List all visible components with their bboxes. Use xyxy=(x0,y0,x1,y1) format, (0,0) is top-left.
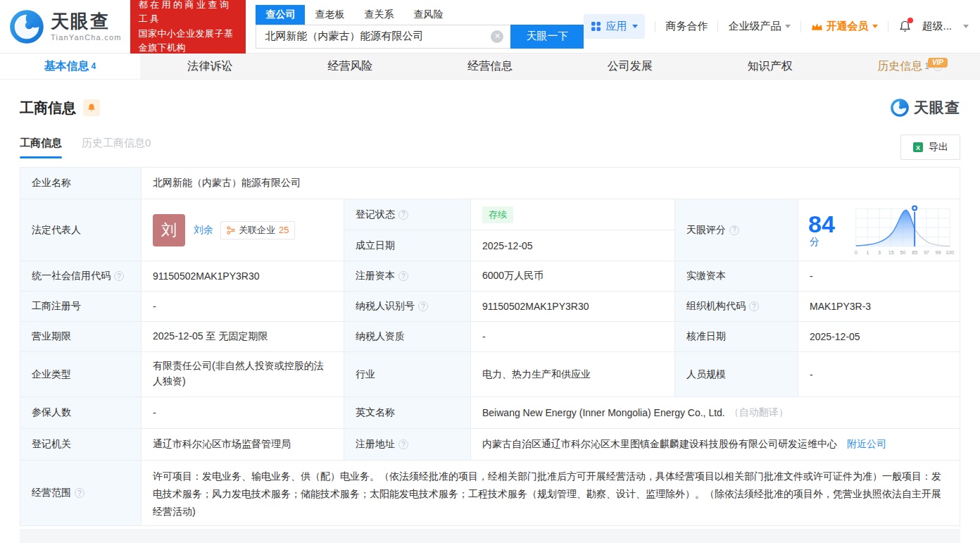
svg-text:50: 50 xyxy=(900,250,906,256)
help-icon[interactable]: ? xyxy=(398,271,408,281)
menu-vip-label: 开通会员 xyxy=(826,20,868,33)
company-nav-tabs: 基本信息 4 法律诉讼 经营风险 经营信息 公司发展 知识产权 VIP 历史信息… xyxy=(0,54,980,80)
excel-icon: X xyxy=(912,142,924,153)
svg-text:15: 15 xyxy=(888,250,894,256)
tab-operation-info-label: 经营信息 xyxy=(467,59,513,74)
reg-status-label-text: 登记状态 xyxy=(356,208,395,221)
notification-dot xyxy=(907,18,913,23)
taxpayer-qual-value: - xyxy=(471,322,675,352)
score-distribution-chart: 0 1 3 15 50 85 97 99 100 xyxy=(852,201,954,259)
brand-name: 天眼查 xyxy=(51,11,122,32)
reg-capital-label-text: 注册资本 xyxy=(356,270,395,282)
svg-text:1: 1 xyxy=(866,250,869,256)
legal-rep-label: 法定代表人 xyxy=(20,199,142,261)
vip-badge: VIP xyxy=(928,58,948,68)
bell-icon xyxy=(87,103,96,113)
industry-value: 电力、热力生产和供应业 xyxy=(471,352,675,397)
tab-basic-info-count: 4 xyxy=(92,61,96,71)
tab-company-development[interactable]: 公司发展 xyxy=(560,54,700,79)
related-companies-label: 关联企业 xyxy=(239,224,275,237)
notification-bell-icon[interactable] xyxy=(898,20,912,33)
apps-menu-button[interactable]: 应用 xyxy=(584,14,645,39)
address-label: 注册地址 ? xyxy=(344,429,471,461)
legal-rep-avatar[interactable]: 刘 xyxy=(153,214,185,246)
en-name-value: Beiwang New Energy (Inner Mongolia) Ener… xyxy=(482,407,725,418)
tab-basic-info[interactable]: 基本信息 4 xyxy=(0,54,140,79)
authority-value: 通辽市科尔沁区市场监督管理局 xyxy=(142,429,344,461)
search-tab-boss[interactable]: 查老板 xyxy=(305,5,354,25)
taxpayer-qual-label: 纳税人资质 xyxy=(344,322,471,352)
credit-code-value: 91150502MAK1PY3R30 xyxy=(142,261,344,292)
subtab-business-info[interactable]: 工商信息 xyxy=(20,137,62,158)
legal-rep-cell: 刘 刘余 关联企业 25 xyxy=(142,199,344,261)
score-cell[interactable]: 84分 xyxy=(798,199,960,261)
score-value: 84 xyxy=(808,211,835,237)
tab-company-development-label: 公司发展 xyxy=(608,59,653,74)
help-icon[interactable]: ? xyxy=(75,488,84,498)
search-tab-risk[interactable]: 查风险 xyxy=(403,5,453,25)
menu-business-cooperation[interactable]: 商务合作 xyxy=(665,20,708,33)
promo-banner-line2: 国家中小企业发展子基金旗下机构 xyxy=(139,27,238,55)
tab-operation-risk-label: 经营风险 xyxy=(327,59,372,74)
tab-legal-litigation-label: 法律诉讼 xyxy=(187,59,232,74)
search-input[interactable] xyxy=(256,25,510,49)
help-icon[interactable]: ? xyxy=(398,210,408,220)
apps-grid-icon xyxy=(591,21,601,32)
org-code-value: MAK1PY3R-3 xyxy=(798,292,960,322)
help-icon[interactable]: ? xyxy=(114,271,124,281)
tab-basic-info-label: 基本信息 xyxy=(44,59,89,74)
search-button[interactable]: 天眼一下 xyxy=(510,25,584,49)
help-icon[interactable]: ? xyxy=(418,301,428,311)
staff-size-value: - xyxy=(798,352,960,397)
paid-capital-label: 实缴资本 xyxy=(675,261,798,292)
tianyancha-logo[interactable]: 天眼查 TianYanCha.com xyxy=(8,8,122,45)
chevron-down-icon xyxy=(963,25,969,28)
legal-rep-name-link[interactable]: 刘余 xyxy=(194,224,213,237)
help-icon[interactable]: ? xyxy=(398,439,408,449)
tab-operation-risk[interactable]: 经营风险 xyxy=(280,54,420,79)
nearby-companies-link[interactable]: 附近公司 xyxy=(847,438,886,451)
promo-banner-line1: 都在用的商业查询工具 xyxy=(139,0,238,27)
help-icon[interactable]: ? xyxy=(749,301,759,311)
company-name-value: 北网新能（内蒙古）能源有限公司 xyxy=(142,168,960,199)
menu-super-account[interactable]: 超级... xyxy=(922,20,952,33)
reg-no-value: - xyxy=(142,292,344,322)
en-name-label: 英文名称 xyxy=(344,397,471,429)
tab-operation-info[interactable]: 经营信息 xyxy=(420,54,560,79)
related-companies-count: 25 xyxy=(279,225,289,235)
search-tab-company[interactable]: 查公司 xyxy=(256,5,305,25)
crown-icon xyxy=(811,22,823,31)
business-info-table: 企业名称 北网新能（内蒙古）能源有限公司 法定代表人 刘 刘余 关联企业 25 xyxy=(20,167,960,526)
company-type-label: 企业类型 xyxy=(20,352,142,397)
business-scope-label-text: 经营范围 xyxy=(32,487,71,499)
score-label: 天眼评分 ? xyxy=(675,199,798,261)
clear-search-icon[interactable] xyxy=(491,30,503,43)
export-button[interactable]: X 导出 xyxy=(900,135,960,160)
tab-legal-litigation[interactable]: 法律诉讼 xyxy=(140,54,280,79)
svg-text:99: 99 xyxy=(936,250,941,256)
est-date-label: 成立日期 xyxy=(344,230,471,261)
subscribe-bell-button[interactable] xyxy=(83,99,100,116)
svg-text:0: 0 xyxy=(855,250,857,256)
authority-label: 登记机关 xyxy=(20,429,142,461)
chevron-down-icon xyxy=(785,25,791,28)
menu-open-vip[interactable]: 开通会员 xyxy=(811,20,878,33)
help-icon[interactable]: ? xyxy=(729,225,739,235)
tianyancha-watermark: 天眼查 xyxy=(890,98,960,118)
search-tab-relation[interactable]: 查关系 xyxy=(354,5,403,25)
svg-text:85: 85 xyxy=(912,250,917,256)
tab-history-info[interactable]: VIP 历史信息 1 ? xyxy=(840,54,980,79)
tianyancha-logo-icon xyxy=(890,98,910,118)
tab-intellectual-property-label: 知识产权 xyxy=(748,59,793,74)
industry-label: 行业 xyxy=(344,352,471,397)
menu-enterprise-products[interactable]: 企业级产品 xyxy=(728,20,791,33)
company-type-value: 有限责任公司(非自然人投资或控股的法人独资) xyxy=(142,352,344,397)
related-companies-badge[interactable]: 关联企业 25 xyxy=(220,221,295,239)
reg-capital-value: 6000万人民币 xyxy=(471,261,675,292)
main-content: 工商信息 天眼查 工商信息 历史工商信息0 xyxy=(0,80,980,543)
svg-text:3: 3 xyxy=(878,250,881,256)
org-code-label: 组织机构代码 ? xyxy=(675,292,798,322)
subtab-history-business-info[interactable]: 历史工商信息0 xyxy=(82,137,151,158)
tab-intellectual-property[interactable]: 知识产权 xyxy=(700,54,840,79)
svg-text:X: X xyxy=(916,144,920,151)
